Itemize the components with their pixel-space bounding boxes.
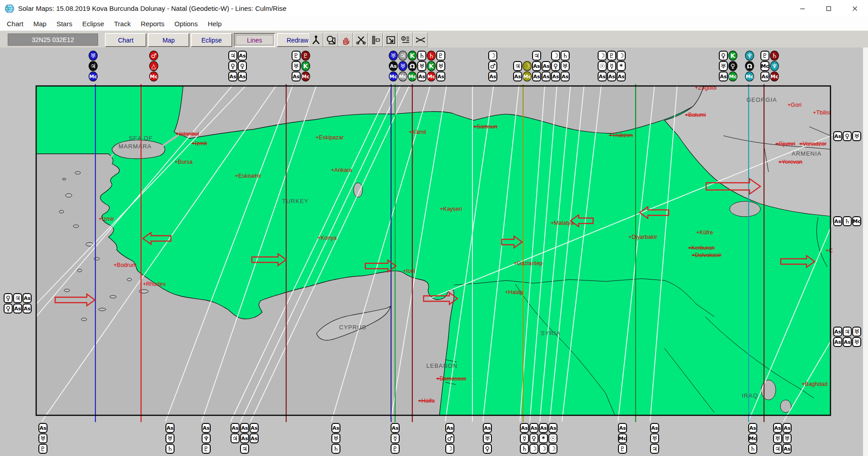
astro-glyph: ♇ [760,51,769,61]
astro-glyph: ♀ [228,61,237,71]
zoom-extents-icon[interactable] [383,33,398,47]
menu-track[interactable]: Track [109,18,136,29]
astro-glyph: Mc [523,71,532,81]
astro-glyph: As [617,71,626,81]
astro-map[interactable]: +Istanbul+Izmit+Bursa+Eskisehir+Eskipaza… [0,48,868,456]
astro-glyph: ☽ [551,51,560,61]
astro-glyph: ☉ [598,61,607,71]
astro-glyph: ♃ [13,293,22,303]
zoom-icon[interactable] [324,33,338,47]
astro-glyph: Mc [745,71,754,81]
city-label: +Bursa [175,159,193,165]
astro-glyph: ♃ [231,433,240,443]
astro-glyph: As [520,423,529,433]
toolbar-icons [309,33,428,47]
astro-glyph: Mc [770,71,779,81]
coordinate-readout: 32N25 032E12 [8,33,98,46]
astro-glyph: As [38,423,47,433]
glyph-cluster: As♂☽ [445,423,455,454]
glyph-cluster: As♀♅ [833,131,862,142]
astro-glyph: K [427,61,436,71]
astro-glyph: As [607,71,616,81]
report-icon[interactable] [398,33,413,47]
city-label: +Icel [403,268,415,274]
glyph-cluster: AsAsAsAs☿♀*☉♄☽☽☽ [520,423,558,454]
astro-glyph: ♅ [650,433,659,443]
astro-glyph: ♂ [445,433,454,443]
region-label: GEORGIA [746,96,777,103]
menu-stars[interactable]: Stars [52,18,77,29]
astro-glyph: ♃ [398,51,407,61]
city-label: +Tbilisi [813,109,830,116]
pan-icon[interactable] [339,33,353,47]
astro-glyph: ♅ [292,61,301,71]
menu-eclipse[interactable]: Eclipse [77,18,109,29]
glyph-cluster: ♅♃K♄♄♇As♅Ω♅K♅McMcMcAsMcAs [389,51,446,82]
glyph-cluster: As♃♅AsAs♅ [833,327,862,347]
astro-glyph: ♄ [520,444,529,454]
close-button[interactable] [842,0,868,17]
right-edge-strip [863,48,868,456]
astro-glyph: As [773,423,782,433]
astro-glyph: As [488,71,497,81]
astro-glyph: △ [149,61,158,71]
astro-glyph: As [292,71,301,81]
astro-glyph: ☽ [548,444,557,454]
menu-reports[interactable]: Reports [136,18,170,29]
menu-help[interactable]: Help [203,18,226,29]
astro-glyph: As [23,304,32,314]
parans-icon[interactable] [309,33,323,47]
astro-glyph: * [539,433,548,443]
region-label: IRAQ [742,392,758,399]
astro-glyph: ♆ [745,51,754,61]
chart-button[interactable]: Chart [105,33,146,47]
glyph-cluster: ♀♃As♀AsAs [4,293,32,314]
astro-glyph: As [389,61,398,71]
city-label: +Gjumri [775,141,795,147]
glyph-cluster: ♀K♅♀AsMc [719,51,738,82]
eclipse-button[interactable]: Eclipse [191,33,232,47]
astro-glyph: ♀ [483,444,492,454]
cut-icon[interactable] [354,33,368,47]
astro-glyph: ♀ [4,304,13,314]
astro-glyph: ♅ [331,433,340,443]
astro-glyph: ♄ [843,216,852,226]
menu-options[interactable]: Options [170,18,203,29]
astro-glyph: ♅ [89,51,98,61]
astro-glyph: As [250,423,259,433]
astro-glyph: K [408,51,417,61]
astro-glyph: ♀ [719,51,728,61]
tools-icon[interactable] [413,33,428,47]
astro-glyph: ☽ [598,51,607,61]
astro-glyph: ♀ [238,61,247,71]
astro-glyph: ♅ [417,61,426,71]
city-label: +Trabzon [609,132,633,138]
toolbar: 32N25 032E12 ChartMapEclipseLinesRedrawP… [0,30,868,48]
glyph-cluster: As♅♇ [38,423,48,454]
astro-glyph: ♄ [165,444,175,454]
maximize-button[interactable] [816,0,842,17]
city-label: +Rhodes [143,281,165,287]
menu-chart[interactable]: Chart [2,18,28,29]
map-button[interactable]: Map [148,33,189,47]
city-label: +Kâmil [409,129,426,135]
astro-glyph: ♄ [427,51,436,61]
city-label: +Batumi [685,112,706,118]
astro-glyph: ♃ [240,444,249,454]
astro-glyph: Mc [852,216,861,226]
map-view-icon[interactable] [368,33,383,47]
astro-glyph: As [783,423,792,433]
astro-glyph: As [833,337,842,347]
city-label: +Eskisehir [235,173,261,179]
astro-glyph: ♂ [149,51,158,61]
minimize-button[interactable] [789,0,816,17]
glyph-cluster: AsMc♄ [748,423,758,454]
astro-glyph: ♅ [852,337,861,347]
astro-glyph: ☽ [617,51,626,61]
astro-glyph: As [202,423,211,433]
astro-glyph: Mc [389,71,398,81]
astro-glyph: ♃ [650,444,659,454]
menu-map[interactable]: Map [28,18,52,29]
lines-button[interactable]: Lines [234,33,275,47]
astro-glyph: As [833,131,842,141]
